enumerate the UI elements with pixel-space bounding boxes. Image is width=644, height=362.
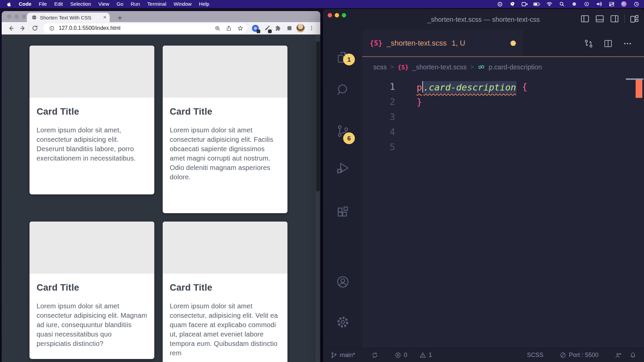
do-not-disturb-icon[interactable]	[571, 1, 578, 7]
customize-layout-icon[interactable]	[629, 14, 639, 24]
code-line[interactable]: 4	[362, 124, 644, 139]
branch-indicator[interactable]: main*	[330, 352, 355, 359]
minimize-window-button[interactable]	[14, 14, 19, 19]
open-changes-icon[interactable]	[584, 39, 594, 49]
card: Card Title Lorem ipsum dolor sit amet co…	[163, 46, 287, 213]
extensions-puzzle-icon[interactable]	[273, 23, 283, 33]
card-image-placeholder	[163, 46, 287, 98]
back-icon[interactable]	[6, 23, 16, 33]
activity-bar: 1 6	[323, 30, 362, 348]
new-tab-button[interactable]	[117, 15, 123, 21]
menu-file[interactable]: File	[35, 0, 51, 8]
rocket-icon[interactable]	[508, 1, 516, 7]
spotlight-search-icon[interactable]	[558, 1, 566, 7]
scrollbar-thumb[interactable]	[316, 41, 320, 191]
menu-app-name[interactable]: Code	[15, 0, 35, 8]
explorer-badge: 1	[343, 54, 355, 65]
code-selector-tag: p	[417, 82, 422, 93]
zoom-icon[interactable]	[213, 24, 222, 33]
code-open-brace: {	[522, 81, 527, 92]
play-circle-icon[interactable]	[583, 1, 590, 7]
bookmark-star-icon[interactable]	[236, 24, 245, 33]
card: Card Title Lorem ipsum dolor sit amet co…	[30, 222, 154, 359]
reload-icon[interactable]	[30, 23, 40, 33]
accounts-icon[interactable]	[335, 275, 350, 289]
wifi-icon[interactable]	[546, 1, 553, 7]
apple-icon[interactable]	[7, 1, 12, 7]
card-grid: Card Title Lorem ipsum dolor sit amet, c…	[30, 46, 287, 362]
breadcrumb-file[interactable]: _shorten-text.scss	[412, 63, 467, 71]
menu-go[interactable]: Go	[113, 0, 127, 8]
code-editor[interactable]: 1 p.card-description { 2 } 3 4 5	[362, 77, 644, 348]
vscode-titlebar: _shorten-text.scss — shorten-text-css	[323, 9, 644, 30]
page-scrollbar[interactable]	[316, 35, 320, 362]
code-line[interactable]: 1 p.card-description {	[362, 79, 644, 94]
siri-icon[interactable]	[620, 1, 628, 7]
sync-changes-button[interactable]	[371, 352, 378, 359]
vscode-window-controls[interactable]	[328, 13, 346, 17]
menu-view[interactable]: View	[95, 0, 113, 8]
screen-record-icon[interactable]	[521, 1, 528, 7]
line-number: 3	[362, 112, 395, 122]
control-center-icon[interactable]	[608, 1, 615, 7]
colorpicker-extension-icon[interactable]	[262, 23, 271, 33]
toggle-primary-sidebar-icon[interactable]	[580, 14, 590, 24]
toggle-secondary-sidebar-icon[interactable]	[609, 14, 620, 24]
notifications-bell-icon[interactable]	[629, 352, 637, 359]
language-mode[interactable]: SCSS	[527, 352, 543, 359]
url-text[interactable]: 127.0.0.1:5500/index.html	[59, 25, 210, 31]
menu-run[interactable]: Run	[127, 0, 144, 8]
code-line[interactable]: 2 }	[362, 94, 644, 109]
code-line[interactable]: 5	[362, 139, 644, 155]
forward-icon[interactable]	[18, 23, 28, 33]
menu-edit[interactable]: Edit	[51, 0, 67, 8]
clock-icon[interactable]	[633, 1, 640, 7]
menu-window[interactable]: Window	[170, 0, 195, 8]
scss-file-icon: {S}	[398, 64, 409, 71]
breadcrumb-folder[interactable]: scss	[373, 63, 387, 71]
browser-tab[interactable]: Shorten Text With CSS ×	[27, 13, 110, 22]
share-icon[interactable]	[224, 24, 233, 33]
profile-avatar[interactable]	[296, 24, 305, 33]
line-number: 1	[362, 81, 395, 92]
toggle-panel-icon[interactable]	[595, 14, 605, 24]
feedback-icon[interactable]	[614, 352, 622, 359]
problems-indicator[interactable]: 0 1	[394, 352, 432, 359]
card: Card Title Lorem ipsum dolor sit amet co…	[163, 222, 287, 362]
volume-icon[interactable]	[595, 1, 603, 7]
code-line[interactable]: 3	[362, 109, 644, 124]
browser-menu-dots-icon[interactable]	[307, 23, 316, 33]
more-actions-icon[interactable]	[623, 39, 633, 49]
search-icon[interactable]	[335, 82, 350, 97]
browser-window-controls[interactable]	[7, 14, 26, 19]
close-window-button[interactable]	[7, 14, 11, 19]
editor-tab[interactable]: {S} _shorten-text.scss 1, U	[362, 30, 523, 56]
battery-icon[interactable]	[533, 1, 541, 7]
breadcrumb-symbol[interactable]: p.card-description	[489, 63, 542, 71]
extensions-icon[interactable]	[335, 205, 350, 220]
chevron-right-icon: >	[470, 64, 474, 71]
menu-help[interactable]: Help	[195, 0, 213, 8]
menu-terminal[interactable]: Terminal	[144, 0, 170, 8]
address-bar[interactable]: 127.0.0.1:5500/index.html	[43, 23, 247, 33]
warning-count: 1	[429, 352, 432, 359]
close-window-button[interactable]	[328, 13, 332, 17]
site-info-icon[interactable]	[47, 24, 56, 33]
settings-gear-icon[interactable]	[335, 315, 350, 329]
tab-filename: _shorten-text.scss	[387, 39, 447, 48]
source-control-badge: 6	[343, 132, 355, 144]
zoom-window-button[interactable]	[22, 14, 26, 19]
split-editor-icon[interactable]	[603, 39, 613, 49]
run-debug-icon[interactable]	[335, 161, 350, 175]
error-count: 0	[404, 352, 407, 359]
card-description: Lorem ipsum dolor sit amet, consectetur …	[37, 125, 147, 163]
reading-mode-icon[interactable]	[285, 23, 294, 33]
modified-dot-icon[interactable]	[511, 41, 516, 46]
live-server-port[interactable]: Port : 5500	[559, 352, 598, 359]
record-target-icon[interactable]	[496, 1, 503, 7]
menu-selection[interactable]: Selection	[67, 0, 95, 8]
zoom-window-button[interactable]	[342, 13, 346, 17]
password-manager-extension-icon[interactable]	[251, 23, 260, 33]
minimize-window-button[interactable]	[335, 13, 339, 17]
tab-close-icon[interactable]: ×	[103, 15, 106, 20]
